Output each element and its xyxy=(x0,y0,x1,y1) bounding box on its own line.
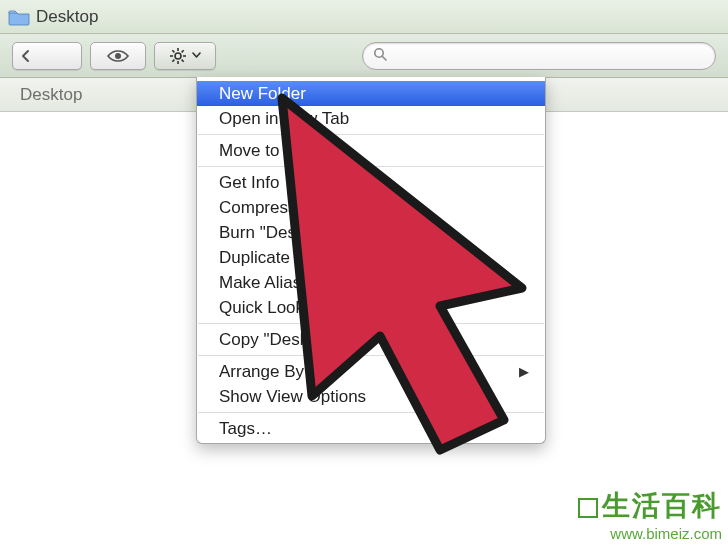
menu-item-label: Open in New Tab xyxy=(219,109,349,129)
menu-separator xyxy=(198,166,544,167)
watermark-url: www.bimeiz.com xyxy=(578,525,722,542)
menu-item-label: Make Alias xyxy=(219,273,301,293)
menu-item-tags[interactable]: Tags… xyxy=(197,416,545,441)
menu-item-label: Show View Options xyxy=(219,387,366,407)
breadcrumb[interactable]: Desktop xyxy=(20,85,82,105)
watermark-text-cn: 生活百科 xyxy=(602,490,722,521)
menu-separator xyxy=(198,412,544,413)
menu-item-show-view-options[interactable]: Show View Options xyxy=(197,384,545,409)
menu-separator xyxy=(198,323,544,324)
svg-line-11 xyxy=(382,56,386,60)
menu-item-label: New Folder xyxy=(219,84,306,104)
window-titlebar: Desktop xyxy=(0,0,728,34)
menu-item-label: Get Info xyxy=(219,173,279,193)
search-icon xyxy=(373,47,387,64)
submenu-arrow-icon: ▶ xyxy=(519,364,529,379)
menu-item-label: Copy "Desktop" xyxy=(219,330,338,350)
svg-line-8 xyxy=(172,59,174,61)
window-title: Desktop xyxy=(36,7,98,27)
menu-item-label: Burn "Desktop" to Disc… xyxy=(219,223,408,243)
folder-icon xyxy=(8,8,30,26)
menu-item-label: Arrange By xyxy=(219,362,304,382)
svg-line-9 xyxy=(182,50,184,52)
back-button[interactable] xyxy=(12,42,82,70)
menu-item-label: Move to Trash xyxy=(219,141,327,161)
svg-point-1 xyxy=(175,53,181,59)
menu-item-copy[interactable]: Copy "Desktop" xyxy=(197,327,545,352)
menu-item-label: Duplicate xyxy=(219,248,290,268)
action-dropdown-menu: New Folder Open in New Tab Move to Trash… xyxy=(196,77,546,444)
action-menu-button[interactable] xyxy=(154,42,216,70)
menu-item-label: Tags… xyxy=(219,419,272,439)
search-field[interactable] xyxy=(362,42,716,70)
gear-icon xyxy=(169,47,187,65)
menu-item-new-folder[interactable]: New Folder xyxy=(197,81,545,106)
svg-line-6 xyxy=(172,50,174,52)
toolbar xyxy=(0,34,728,78)
menu-item-quick-look[interactable]: Quick Look "Desktop" xyxy=(197,295,545,320)
menu-item-label: Quick Look "Desktop" xyxy=(219,298,383,318)
menu-item-duplicate[interactable]: Duplicate xyxy=(197,245,545,270)
watermark: 生活百科 www.bimeiz.com xyxy=(578,487,722,542)
menu-separator xyxy=(198,134,544,135)
menu-item-burn[interactable]: Burn "Desktop" to Disc… xyxy=(197,220,545,245)
search-input[interactable] xyxy=(393,48,705,64)
eye-icon xyxy=(106,49,130,63)
watermark-box-icon xyxy=(578,498,598,518)
svg-line-7 xyxy=(182,59,184,61)
menu-item-open-new-tab[interactable]: Open in New Tab xyxy=(197,106,545,131)
menu-item-get-info[interactable]: Get Info xyxy=(197,170,545,195)
menu-separator xyxy=(198,355,544,356)
menu-item-label: Compress "Desktop" xyxy=(219,198,376,218)
chevron-down-icon xyxy=(192,52,201,59)
svg-point-0 xyxy=(115,53,121,59)
menu-item-arrange-by[interactable]: Arrange By▶ xyxy=(197,359,545,384)
menu-item-make-alias[interactable]: Make Alias xyxy=(197,270,545,295)
quicklook-button[interactable] xyxy=(90,42,146,70)
menu-item-compress[interactable]: Compress "Desktop" xyxy=(197,195,545,220)
chevron-left-icon xyxy=(19,49,33,63)
menu-item-move-to-trash[interactable]: Move to Trash xyxy=(197,138,545,163)
